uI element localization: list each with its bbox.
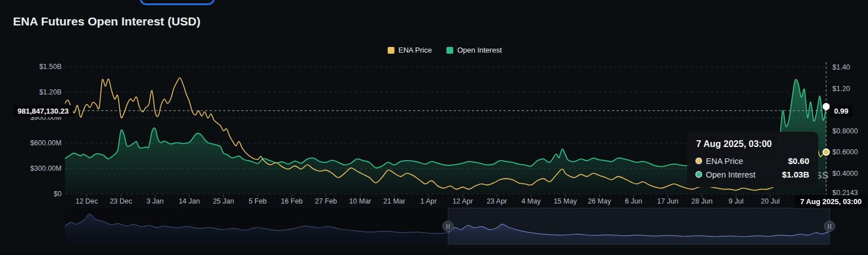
y-axis-label-left: $300.00M bbox=[3, 164, 62, 173]
x-axis-label: 17 Jun bbox=[657, 197, 679, 205]
y-axis-label-right: $0.8000 bbox=[832, 127, 858, 136]
y-axis-label-left: $600.00M bbox=[3, 139, 62, 148]
y-axis-label-left: $1.50B bbox=[3, 62, 62, 71]
ena-price-marker bbox=[823, 149, 830, 155]
navigator-handle-right[interactable] bbox=[824, 221, 835, 232]
tooltip-value: $1.03B bbox=[782, 170, 809, 179]
legend-item-ena-price[interactable]: ENA Price bbox=[388, 46, 432, 54]
x-axis-label: 1 Apr bbox=[420, 197, 437, 205]
x-axis-label: 4 May bbox=[522, 197, 541, 205]
x-axis-label: 12 Dec bbox=[76, 197, 98, 205]
chart-title: ENA Futures Open Interest (USD) bbox=[13, 15, 201, 28]
chart-legend: ENA Price Open Interest bbox=[388, 46, 502, 54]
legend-label: ENA Price bbox=[398, 46, 432, 54]
x-axis-label: 9 Jul bbox=[728, 197, 743, 205]
x-axis-label: 16 Feb bbox=[281, 197, 303, 205]
open-interest-swatch-icon bbox=[446, 47, 453, 54]
x-axis-label: 6 Jun bbox=[625, 197, 643, 205]
x-axis-label: 23 Apr bbox=[487, 197, 507, 205]
x-axis-label: 3 Jan bbox=[146, 197, 164, 205]
y-axis-label-right: $0.4000 bbox=[832, 169, 858, 178]
x-axis-label: 26 May bbox=[588, 197, 611, 205]
crosshair-oi-label: 981,847,130.23 bbox=[13, 105, 73, 117]
tooltip-label: Open Interest bbox=[706, 170, 756, 179]
y-axis-label-right: $1.20 bbox=[832, 84, 850, 93]
y-axis-label-left: $1.20B bbox=[3, 88, 62, 97]
y-axis-label-right: $0.6000 bbox=[832, 148, 858, 157]
open-interest-dot-icon bbox=[696, 172, 701, 177]
legend-item-open-interest[interactable]: Open Interest bbox=[446, 46, 502, 54]
x-axis-label: 14 Jan bbox=[179, 197, 200, 205]
x-axis-label: 15 May bbox=[554, 197, 577, 205]
navigator-unselected-mask bbox=[65, 208, 448, 244]
ena-price-dot-icon bbox=[696, 158, 701, 163]
page: ENA Futures Open Interest (USD) ENA Pric… bbox=[0, 0, 868, 255]
chart-tooltip: 7 Aug 2025, 03:00 ENA Price $0.60 Open I… bbox=[687, 132, 818, 187]
x-axis-label: 5 Feb bbox=[249, 197, 267, 205]
x-axis-label: 12 Apr bbox=[453, 197, 473, 205]
x-axis-label: 10 Mar bbox=[349, 197, 371, 205]
x-axis-label: 27 Feb bbox=[315, 197, 337, 205]
ena-price-swatch-icon bbox=[388, 47, 394, 54]
top-button-fragment[interactable] bbox=[140, 0, 215, 5]
x-axis-label: 23 Dec bbox=[110, 197, 132, 205]
crosshair-date-label: 7 Aug 2025, 03:00 bbox=[795, 195, 867, 208]
x-axis-label: 20 Jul bbox=[761, 197, 779, 205]
tooltip-datetime: 7 Aug 2025, 03:00 bbox=[696, 139, 809, 149]
legend-label: Open Interest bbox=[457, 46, 502, 54]
x-axis-label: 21 Mar bbox=[383, 197, 405, 205]
open-interest-marker bbox=[823, 103, 830, 110]
y-axis-label-left: $0 bbox=[3, 189, 62, 198]
tooltip-row: Open Interest $1.03B bbox=[696, 170, 809, 179]
y-axis-label-right: $1.40 bbox=[832, 63, 850, 72]
crosshair-price-label: 0.99 bbox=[830, 105, 853, 117]
x-axis-label: 25 Jan bbox=[213, 197, 235, 205]
tooltip-value: $0.60 bbox=[788, 156, 809, 166]
chart-svg[interactable] bbox=[0, 0, 868, 255]
tooltip-label: ENA Price bbox=[706, 157, 743, 166]
tooltip-row: ENA Price $0.60 bbox=[696, 156, 809, 166]
navigator-handle-left[interactable] bbox=[442, 221, 453, 232]
navigator-selection[interactable] bbox=[448, 208, 830, 244]
x-axis-label: 28 Jun bbox=[691, 197, 713, 205]
